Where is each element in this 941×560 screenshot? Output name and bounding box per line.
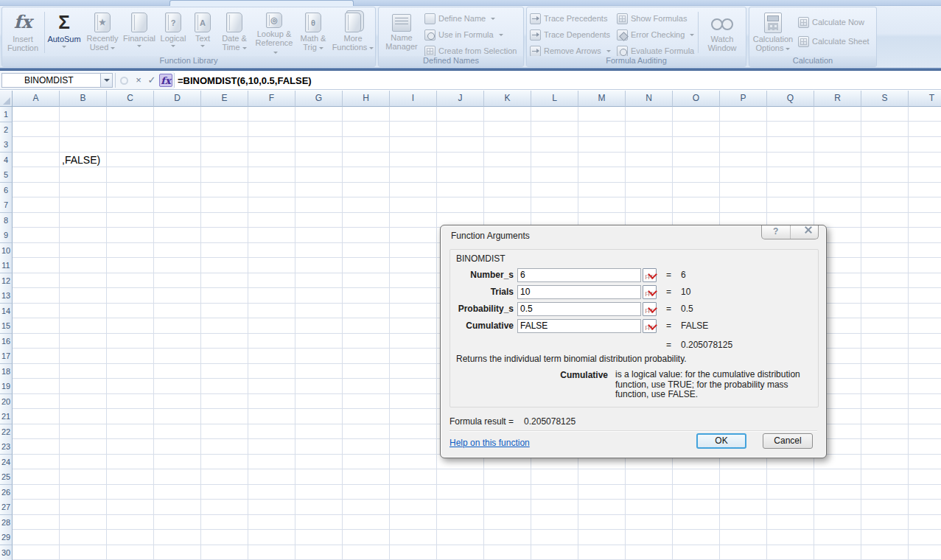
row-header-10[interactable]: 10 — [0, 243, 13, 259]
column-header-K[interactable]: K — [484, 91, 531, 107]
row-header-8[interactable]: 8 — [0, 213, 13, 228]
enter-entry-button[interactable]: ✓ — [145, 74, 158, 87]
row-header-14[interactable]: 14 — [0, 304, 13, 319]
row-header-6[interactable]: 6 — [0, 183, 13, 198]
column-header-G[interactable]: G — [295, 91, 343, 107]
row-header-15[interactable]: 15 — [0, 318, 13, 334]
row-header-2[interactable]: 2 — [0, 122, 13, 138]
row-header-28[interactable]: 28 — [0, 515, 13, 531]
watch-window-button[interactable]: Watch Window — [701, 9, 744, 56]
logical-button[interactable]: ? Logical — [157, 9, 189, 56]
probability-s-input[interactable] — [517, 302, 641, 316]
column-header-M[interactable]: M — [578, 91, 626, 107]
row-header-24[interactable]: 24 — [0, 455, 13, 470]
function-arguments-dialog: Function Arguments ? BINOMDIST Number_s … — [440, 225, 827, 458]
column-header-D[interactable]: D — [154, 91, 201, 107]
lookup-reference-button[interactable]: ◎ Lookup & Reference — [253, 9, 295, 56]
row-header-1[interactable]: 1 — [0, 107, 13, 122]
column-header-L[interactable]: L — [531, 91, 578, 107]
row-header-12[interactable]: 12 — [0, 273, 13, 289]
collapse-dialog-icon[interactable] — [643, 268, 657, 282]
column-header-I[interactable]: I — [390, 91, 437, 107]
column-header-C[interactable]: C — [107, 91, 154, 107]
column-header-N[interactable]: N — [626, 91, 673, 107]
row-header-7[interactable]: 7 — [0, 197, 13, 213]
formulas-tab-sliver[interactable] — [169, 0, 354, 6]
cancel-button[interactable]: Cancel — [763, 433, 813, 449]
column-header-B[interactable]: B — [60, 91, 107, 107]
use-in-formula-button[interactable]: Use in Formula — [424, 27, 503, 42]
ok-button[interactable]: OK — [696, 433, 746, 449]
insert-function-fx-button[interactable]: fx — [159, 74, 172, 87]
number-s-input[interactable] — [517, 268, 641, 282]
collapse-dialog-icon[interactable] — [643, 285, 657, 299]
row-header-4[interactable]: 4 — [0, 153, 13, 168]
row-header-11[interactable]: 11 — [0, 258, 13, 273]
name-box[interactable] — [1, 73, 101, 88]
collapse-dialog-icon[interactable] — [643, 302, 657, 316]
more-functions-button[interactable]: More Functions — [331, 9, 375, 56]
divider — [44, 12, 45, 53]
row-header-29[interactable]: 29 — [0, 530, 13, 545]
calculate-sheet-button[interactable]: Calculate Sheet — [798, 34, 870, 49]
column-header-T[interactable]: T — [909, 91, 941, 107]
financial-button[interactable]: Financial — [122, 9, 157, 56]
dropdown-arrow-icon — [137, 45, 141, 47]
trace-precedents-button[interactable]: Trace Precedents — [530, 11, 607, 26]
calculation-options-button[interactable]: Calculation Options — [752, 9, 794, 56]
collapse-dialog-icon[interactable] — [643, 319, 657, 333]
name-box-dropdown[interactable] — [101, 73, 113, 88]
column-header-S[interactable]: S — [861, 91, 909, 107]
name-manager-button[interactable]: Name Manager — [382, 9, 421, 56]
show-formulas-button[interactable]: Show Formulas — [617, 11, 687, 26]
autosum-button[interactable]: Σ AutoSum — [46, 9, 83, 56]
row-header-21[interactable]: 21 — [0, 409, 13, 424]
trace-precedents-label: Trace Precedents — [544, 14, 607, 23]
cumulative-input[interactable] — [517, 319, 641, 333]
column-header-H[interactable]: H — [343, 91, 390, 107]
row-header-19[interactable]: 19 — [0, 379, 13, 394]
name-manager-icon — [392, 14, 411, 32]
calculate-now-button[interactable]: Calculate Now — [798, 15, 864, 29]
row-header-16[interactable]: 16 — [0, 334, 13, 349]
more-functions-icon — [345, 13, 361, 32]
column-header-E[interactable]: E — [201, 91, 248, 107]
row-header-23[interactable]: 23 — [0, 439, 13, 455]
dialog-help-button[interactable]: ? — [762, 225, 790, 239]
column-header-R[interactable]: R — [814, 91, 861, 107]
column-headers: ABCDEFGHIJKLMNOPQRST — [0, 91, 941, 107]
insert-function-button[interactable]: fx Insert Function — [2, 9, 43, 56]
error-checking-button[interactable]: Error Checking — [617, 27, 694, 42]
row-header-13[interactable]: 13 — [0, 288, 13, 304]
row-header-26[interactable]: 26 — [0, 485, 13, 500]
row-header-17[interactable]: 17 — [0, 349, 13, 364]
column-header-P[interactable]: P — [720, 91, 767, 107]
row-header-25[interactable]: 25 — [0, 469, 13, 485]
column-header-J[interactable]: J — [437, 91, 484, 107]
date-time-button[interactable]: Date & Time — [216, 9, 253, 56]
text-button[interactable]: A Text — [189, 9, 216, 56]
function-description: Returns the individual term binomial dis… — [456, 354, 687, 364]
recently-used-button[interactable]: ★ Recently Used — [83, 9, 122, 56]
show-formulas-label: Show Formulas — [631, 14, 687, 23]
help-on-this-function-link[interactable]: Help on this function — [449, 438, 530, 448]
column-header-F[interactable]: F — [248, 91, 295, 107]
cancel-entry-button[interactable]: × — [132, 74, 145, 87]
row-header-5[interactable]: 5 — [0, 167, 13, 183]
trials-input[interactable] — [517, 285, 641, 299]
row-header-18[interactable]: 18 — [0, 364, 13, 379]
row-header-9[interactable]: 9 — [0, 228, 13, 243]
column-header-Q[interactable]: Q — [767, 91, 814, 107]
math-trig-button[interactable]: θ Math & Trig — [295, 9, 331, 56]
column-header-A[interactable]: A — [13, 91, 60, 107]
row-header-22[interactable]: 22 — [0, 424, 13, 440]
define-name-button[interactable]: Define Name — [424, 11, 495, 26]
row-header-3[interactable]: 3 — [0, 137, 13, 153]
formula-input[interactable] — [178, 73, 937, 88]
row-header-30[interactable]: 30 — [0, 545, 13, 560]
trace-dependents-button[interactable]: Trace Dependents — [530, 27, 610, 42]
row-header-27[interactable]: 27 — [0, 500, 13, 515]
dialog-close-button[interactable] — [790, 225, 819, 239]
column-header-O[interactable]: O — [673, 91, 720, 107]
row-header-20[interactable]: 20 — [0, 394, 13, 410]
